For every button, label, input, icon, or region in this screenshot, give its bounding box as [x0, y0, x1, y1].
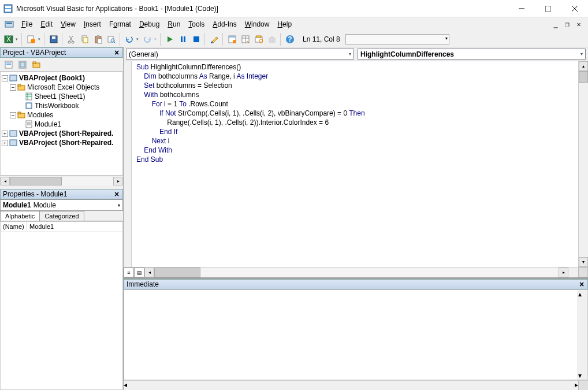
- mdi-restore-button[interactable]: ❐: [563, 20, 572, 28]
- copy-button[interactable]: [79, 33, 91, 46]
- object-browser-button[interactable]: [252, 33, 265, 46]
- project-tree[interactable]: −VBAProject (Book1) −Microsoft Excel Obj…: [0, 72, 123, 176]
- minimize-button[interactable]: [508, 0, 535, 17]
- tab-alphabetic[interactable]: Alphabetic: [0, 211, 40, 221]
- object-combo[interactable]: (General)▾: [126, 49, 354, 60]
- tree-item[interactable]: ThisWorkbook: [35, 102, 79, 110]
- procedure-combo-value: HighlightColumnDifferences: [360, 50, 454, 58]
- expand-icon[interactable]: +: [2, 131, 8, 137]
- menu-run[interactable]: Run: [163, 19, 184, 29]
- scroll-thumb[interactable]: [579, 71, 588, 83]
- scroll-left-icon[interactable]: ◂: [0, 177, 10, 185]
- menu-edit[interactable]: Edit: [36, 19, 57, 29]
- dropdown-icon[interactable]: ▾: [136, 37, 140, 42]
- design-mode-button[interactable]: [208, 33, 221, 46]
- scroll-right-icon[interactable]: ▸: [113, 177, 123, 185]
- undo-button[interactable]: [123, 33, 136, 46]
- menu-tools[interactable]: Tools: [184, 19, 209, 29]
- redo-button[interactable]: [141, 33, 154, 46]
- tree-item[interactable]: VBAProject (Short-Repaired.: [19, 129, 113, 138]
- size-grip[interactable]: [578, 381, 588, 390]
- svg-rect-8: [6, 23, 12, 24]
- scroll-right-icon[interactable]: ▸: [559, 268, 568, 277]
- svg-rect-63: [10, 131, 17, 136]
- close-icon[interactable]: ×: [112, 190, 121, 199]
- object-type: Module: [34, 201, 56, 209]
- scroll-thumb[interactable]: [154, 268, 200, 277]
- dropdown-icon[interactable]: ▾: [16, 37, 20, 42]
- scroll-thumb[interactable]: [10, 177, 62, 185]
- procedure-view-button[interactable]: ≡: [124, 268, 134, 277]
- view-code-button[interactable]: [2, 58, 15, 71]
- run-button[interactable]: [163, 33, 176, 46]
- view-excel-button[interactable]: X: [2, 33, 15, 46]
- menu-debug[interactable]: Debug: [135, 19, 163, 29]
- menu-window[interactable]: Window: [241, 19, 274, 29]
- scroll-down-icon[interactable]: ▾: [579, 257, 588, 267]
- scroll-down-icon[interactable]: ▾: [578, 372, 587, 380]
- tree-item[interactable]: Modules: [27, 111, 53, 119]
- close-icon[interactable]: ×: [112, 48, 121, 57]
- scrollbar-vertical[interactable]: ▴ ▾: [578, 61, 588, 267]
- dropdown-icon[interactable]: ▾: [118, 203, 120, 208]
- menu-view[interactable]: View: [57, 19, 80, 29]
- reset-button[interactable]: [190, 33, 203, 46]
- toggle-folders-button[interactable]: [30, 58, 43, 71]
- help-button[interactable]: ?: [284, 33, 296, 46]
- scroll-left-icon[interactable]: ◂: [144, 268, 154, 277]
- collapse-icon[interactable]: −: [10, 84, 16, 91]
- scrollbar-horizontal[interactable]: ≡ ▤ ◂ ▸: [124, 267, 588, 277]
- full-module-view-button[interactable]: ▤: [134, 268, 144, 277]
- menu-addins[interactable]: Add-Ins: [209, 19, 240, 29]
- tree-item[interactable]: Microsoft Excel Objects: [27, 83, 99, 91]
- mdi-minimize-button[interactable]: ‗: [551, 20, 560, 28]
- svg-rect-2: [5, 9, 11, 12]
- code-editor[interactable]: Sub HighlightColumnDifferences() Dim bot…: [132, 61, 578, 267]
- project-explorer-button[interactable]: [226, 33, 239, 46]
- mdi-close-button[interactable]: ✕: [574, 20, 583, 28]
- dropdown-icon[interactable]: ▾: [580, 51, 583, 57]
- tree-item[interactable]: VBAProject (Short-Repaired.: [19, 139, 113, 147]
- properties-grid[interactable]: (Name) Module1: [0, 221, 123, 390]
- system-menu-icon[interactable]: [5, 20, 14, 29]
- maximize-button[interactable]: [535, 0, 561, 17]
- view-object-button[interactable]: [16, 58, 29, 71]
- dropdown-icon[interactable]: ▾: [38, 37, 42, 42]
- property-value[interactable]: Module1: [27, 222, 122, 231]
- paste-button[interactable]: [92, 33, 105, 46]
- tab-categorized[interactable]: Categorized: [39, 211, 84, 221]
- properties-object-selector[interactable]: Module1 Module ▾: [0, 199, 123, 211]
- dropdown-icon[interactable]: ▾: [154, 37, 158, 42]
- break-button[interactable]: [177, 33, 189, 46]
- scrollbar-horizontal[interactable]: ◂ ▸: [124, 380, 588, 390]
- size-grip[interactable]: [578, 268, 588, 277]
- tree-item[interactable]: Sheet1 (Sheet1): [35, 92, 85, 101]
- collapse-icon[interactable]: −: [2, 75, 8, 81]
- property-key[interactable]: (Name): [1, 222, 27, 231]
- menu-help[interactable]: Help: [273, 19, 296, 29]
- tree-item[interactable]: VBAProject (Book1): [19, 74, 85, 82]
- immediate-input[interactable]: [124, 290, 578, 380]
- toolbar-field[interactable]: ▾: [345, 34, 449, 44]
- code-margin[interactable]: [124, 61, 132, 267]
- scroll-up-icon[interactable]: ▴: [578, 290, 587, 298]
- tree-item[interactable]: Module1: [35, 120, 61, 128]
- procedure-combo[interactable]: HighlightColumnDifferences▾: [358, 49, 586, 60]
- cut-button[interactable]: [65, 33, 78, 46]
- properties-button[interactable]: [239, 33, 252, 46]
- close-button[interactable]: [561, 0, 588, 17]
- expand-icon[interactable]: +: [2, 140, 8, 146]
- close-icon[interactable]: ×: [577, 280, 586, 289]
- menu-file[interactable]: File: [17, 19, 36, 29]
- scrollbar-vertical[interactable]: ▴ ▾: [578, 290, 587, 380]
- menu-format[interactable]: Format: [105, 19, 135, 29]
- insert-module-button[interactable]: [25, 33, 38, 46]
- scrollbar-horizontal[interactable]: ◂ ▸: [0, 176, 123, 185]
- scroll-up-icon[interactable]: ▴: [579, 61, 588, 71]
- toolbox-button[interactable]: [266, 33, 278, 46]
- collapse-icon[interactable]: −: [10, 112, 16, 118]
- find-button[interactable]: [105, 33, 118, 46]
- dropdown-icon[interactable]: ▾: [349, 51, 351, 57]
- menu-insert[interactable]: Insert: [80, 19, 105, 29]
- save-button[interactable]: [47, 33, 60, 46]
